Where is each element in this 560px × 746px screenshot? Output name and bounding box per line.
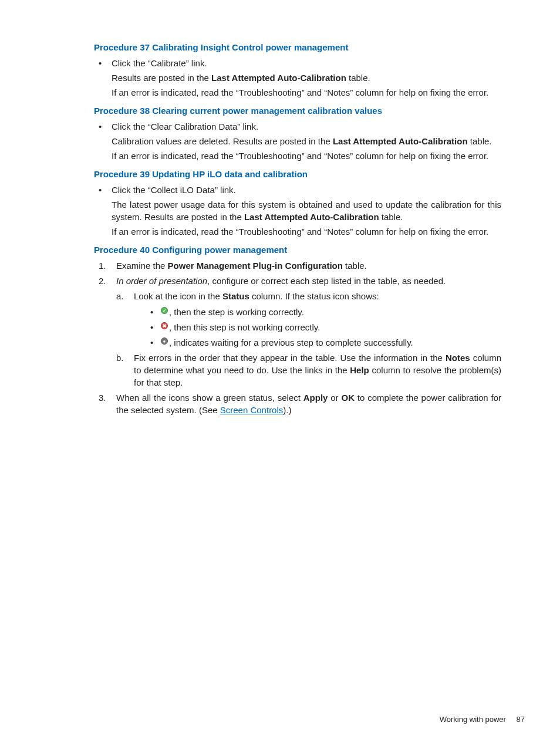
text: , indicates waiting for a previous step … — [169, 337, 413, 347]
button-name: Apply — [303, 393, 328, 403]
page-footer: Working with power 87 — [440, 715, 525, 724]
step-number: 3. — [99, 391, 106, 404]
text: ).) — [283, 405, 291, 415]
substep-letter: a. — [116, 290, 124, 302]
column-name: Notes — [446, 353, 470, 363]
step-number: 1. — [99, 259, 106, 272]
button-name: OK — [341, 393, 355, 403]
procedure-40-heading: Procedure 40 Configuring power managemen… — [94, 245, 501, 255]
table-name: Power Management Plug-in Configuration — [168, 261, 343, 271]
text: , then this step is not working correctl… — [169, 322, 320, 332]
text: table. — [343, 261, 367, 271]
proc38-bullet: Click the “Clear Calibration Data” link. — [94, 120, 501, 133]
text: When all the icons show a green status, … — [116, 393, 303, 403]
proc39-error-note: If an error is indicated, read the “Trou… — [112, 225, 501, 238]
text: Calibration values are deleted. Results … — [112, 136, 333, 146]
proc37-bullet: Click the “Calibrate” link. — [94, 57, 501, 69]
text: Look at the icon in the — [134, 291, 222, 301]
icon-meaning-waiting: ● , indicates waiting for a previous ste… — [134, 336, 501, 349]
step-number: 2. — [99, 275, 106, 287]
step-2: 2. In order of presentation, configure o… — [96, 275, 501, 389]
emphasis: In order of presentation — [116, 276, 207, 286]
procedure-37-heading: Procedure 37 Calibrating Insight Control… — [94, 42, 501, 52]
icon-meaning-error: ✖ , then this step is not working correc… — [134, 321, 501, 333]
step-2b: b. Fix errors in the order that they app… — [116, 352, 501, 389]
text: Results are posted in the — [112, 73, 211, 83]
proc37-result: Results are posted in the Last Attempted… — [112, 72, 501, 84]
proc38-error-note: If an error is indicated, read the “Trou… — [112, 150, 501, 162]
text: table. — [346, 73, 370, 83]
text: table. — [468, 136, 492, 146]
proc37-error-note: If an error is indicated, read the “Trou… — [112, 86, 501, 99]
step-3: 3. When all the icons show a green statu… — [96, 391, 501, 416]
substep-letter: b. — [116, 352, 124, 364]
page-number: 87 — [517, 715, 525, 724]
text: or — [328, 393, 341, 403]
table-name: Last Attempted Auto-Calibration — [244, 212, 379, 222]
text: column. If the status icon shows: — [249, 291, 379, 301]
screen-controls-link[interactable]: Screen Controls — [220, 405, 284, 415]
step-2a: a. Look at the icon in the Status column… — [116, 290, 501, 349]
page-content: Procedure 37 Calibrating Insight Control… — [35, 42, 525, 416]
status-error-icon: ✖ — [161, 322, 168, 329]
text: Fix errors in the order that they appear… — [134, 353, 446, 363]
procedure-38-heading: Procedure 38 Clearing current power mana… — [94, 106, 501, 116]
proc38-result: Calibration values are deleted. Results … — [112, 135, 501, 147]
step-1: 1. Examine the Power Management Plug-in … — [96, 259, 501, 272]
proc39-bullet: Click the “Collect iLO Data” link. — [94, 184, 501, 196]
text: , then the step is working correctly. — [169, 307, 304, 317]
status-ok-icon: ✓ — [161, 307, 168, 314]
ordered-steps: 1. Examine the Power Management Plug-in … — [96, 259, 501, 416]
status-waiting-icon: ● — [161, 337, 168, 345]
procedure-39-heading: Procedure 39 Updating HP iLO data and ca… — [94, 169, 501, 179]
table-name: Last Attempted Auto-Calibration — [211, 73, 346, 83]
text: , configure or correct each step listed … — [207, 276, 446, 286]
text: table. — [379, 212, 403, 222]
table-name: Last Attempted Auto-Calibration — [333, 136, 468, 146]
proc39-result: The latest power usage data for this sys… — [112, 198, 501, 223]
column-name: Status — [222, 291, 249, 301]
footer-section-title: Working with power — [440, 715, 506, 724]
text: Examine the — [116, 261, 168, 271]
icon-meaning-ok: ✓ , then the step is working correctly. — [134, 306, 501, 318]
column-name: Help — [350, 365, 369, 375]
